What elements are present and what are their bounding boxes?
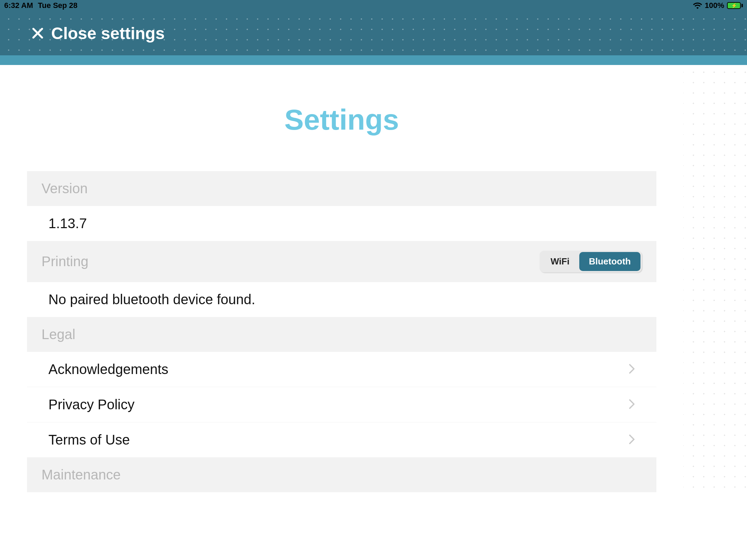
printing-status-text: No paired bluetooth device found. — [48, 292, 255, 307]
app-header: Close settings — [0, 11, 747, 55]
segment-wifi[interactable]: WiFi — [541, 252, 579, 271]
close-settings-button[interactable]: Close settings — [31, 24, 165, 43]
close-icon — [31, 27, 44, 40]
legal-item-terms[interactable]: Terms of Use — [27, 422, 656, 457]
list-item-label: Privacy Policy — [48, 397, 135, 412]
section-header-maintenance: Maintenance — [27, 457, 656, 492]
printing-mode-segmented[interactable]: WiFi Bluetooth — [540, 251, 642, 272]
list-item-label: Terms of Use — [48, 432, 130, 448]
status-battery-pct: 100% — [705, 1, 724, 10]
status-time: 6:32 AM — [4, 1, 33, 10]
segment-bluetooth[interactable]: Bluetooth — [579, 252, 640, 271]
section-header-legal: Legal — [27, 317, 656, 352]
close-settings-label: Close settings — [51, 24, 165, 43]
chevron-right-icon — [629, 432, 635, 448]
settings-list: Version 1.13.7 Printing WiFi Bluetooth N… — [27, 171, 656, 492]
legal-item-acknowledgements[interactable]: Acknowledgements — [27, 352, 656, 387]
legal-item-privacy[interactable]: Privacy Policy — [27, 387, 656, 422]
printing-status-row: No paired bluetooth device found. — [27, 282, 656, 317]
list-item-label: Acknowledgements — [48, 362, 168, 377]
section-header-version: Version — [27, 171, 656, 206]
chevron-right-icon — [629, 397, 635, 412]
section-header-label: Printing — [42, 254, 89, 269]
section-header-label: Version — [42, 181, 87, 196]
chevron-right-icon — [629, 362, 635, 377]
status-bar: 6:32 AM Tue Sep 28 100% ⚡ — [0, 0, 747, 11]
status-date: Tue Sep 28 — [38, 1, 78, 10]
section-header-label: Maintenance — [42, 467, 121, 483]
version-row: 1.13.7 — [27, 206, 656, 241]
wifi-icon — [693, 2, 702, 9]
section-header-printing: Printing WiFi Bluetooth — [27, 241, 656, 282]
section-header-label: Legal — [42, 327, 75, 342]
battery-icon: ⚡ — [727, 2, 743, 9]
version-value: 1.13.7 — [48, 216, 87, 231]
page-title: Settings — [0, 103, 683, 137]
header-accent-strip — [0, 55, 747, 65]
